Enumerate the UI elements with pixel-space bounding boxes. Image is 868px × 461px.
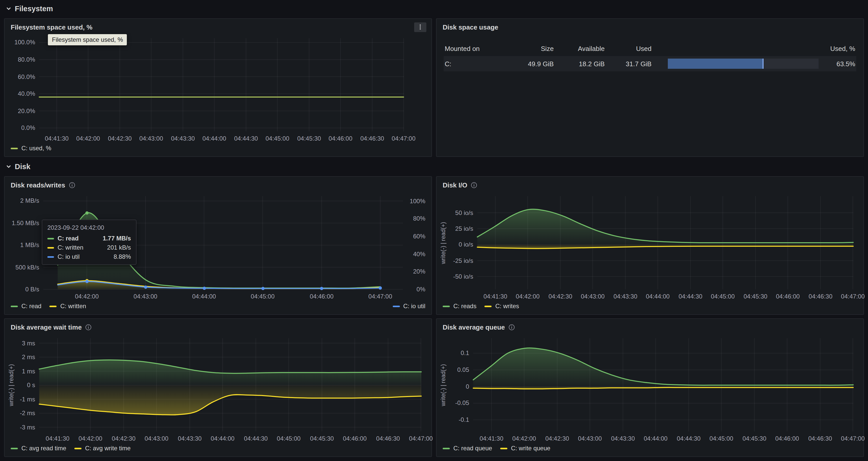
panel-title[interactable]: Disk reads/writes: [11, 181, 65, 189]
info-icon[interactable]: [471, 182, 477, 188]
tooltip-series-value: 201 kB/s: [107, 244, 131, 251]
col-header-used-pct[interactable]: Used, %: [819, 45, 856, 53]
tooltip-series-row: C: io util 8.88%: [48, 253, 131, 260]
legend-series-swatch: [11, 305, 18, 307]
legend-item[interactable]: C: written: [50, 303, 86, 310]
legend-item[interactable]: C: read queue: [443, 445, 492, 452]
chart-filesystem-space-used[interactable]: 100.0%80.0%60.0%40.0%20.0%0.0%04:41:3004…: [8, 34, 428, 144]
tooltip-series-label: C: written: [58, 244, 83, 251]
data-point-marker: [85, 211, 89, 215]
chart-legend: C: readC: writtenC: io util: [5, 302, 431, 314]
series-color-swatch: [48, 256, 54, 257]
chart-svg: [8, 334, 428, 444]
row-disk-2: Disk average wait time write(-) | read(+…: [4, 318, 864, 457]
cell-mounted-on: C:: [444, 60, 510, 67]
data-point-marker: [85, 280, 89, 283]
tooltip-series-row: C: written 201 kB/s: [48, 244, 131, 251]
legend-item[interactable]: C: used, %: [11, 145, 51, 152]
panel-title[interactable]: Filesystem space used, %: [11, 23, 92, 31]
panel-disk-space-usage: Disk space usage Mounted on Size Availab…: [436, 18, 864, 157]
col-header-used[interactable]: Used: [606, 45, 653, 53]
panel-header[interactable]: Disk I/O: [437, 177, 863, 192]
panel-disk-reads-writes: Disk reads/writes 2 MB/s1.50 MB/s1 MB/s5…: [4, 176, 432, 315]
legend-item[interactable]: C: avg read time: [11, 445, 66, 452]
data-point-marker: [320, 287, 323, 290]
cell-available: 18.2 GiB: [555, 60, 606, 67]
panel-title[interactable]: Disk average queue: [443, 323, 505, 331]
panel-header[interactable]: Disk average wait time: [5, 319, 431, 334]
panel-header[interactable]: Disk average queue: [437, 319, 863, 334]
section-title: Disk: [15, 162, 30, 171]
tooltip-series-label: C: io util: [58, 253, 80, 260]
series-area: [477, 209, 853, 245]
row-filesystem: Filesystem space used, % 100.0%80.0%60.0…: [4, 18, 864, 157]
section-header-disk[interactable]: Disk: [4, 160, 864, 173]
legend-series-label: C: written: [60, 303, 86, 310]
info-icon[interactable]: [85, 324, 92, 330]
legend-series-swatch: [443, 448, 450, 449]
legend-series-swatch: [50, 305, 57, 307]
legend-series-label: C: avg read time: [21, 445, 66, 452]
legend-series-swatch: [11, 148, 18, 149]
info-icon[interactable]: [69, 182, 75, 188]
chart-legend: C: read queueC: write queue: [437, 444, 863, 456]
legend-series-label: C: writes: [495, 303, 519, 310]
chart-legend: C: readsC: writes: [437, 302, 863, 314]
chart-disk-average-wait-time[interactable]: write(-) | read(+)3 ms2 ms1 ms0 s-1 ms-2…: [8, 334, 428, 444]
panel-header[interactable]: Filesystem space used, %: [5, 19, 431, 34]
legend-item[interactable]: C: reads: [443, 303, 476, 310]
section-header-filesystem[interactable]: Filesystem: [4, 3, 864, 15]
panel-filesystem-space-used: Filesystem space used, % 100.0%80.0%60.0…: [4, 18, 432, 157]
chart-legend: C: used, %: [5, 144, 431, 156]
kebab-icon: [417, 24, 423, 30]
legend-series-label: C: read queue: [453, 445, 492, 452]
tooltip-series-value: 1.77 MB/s: [103, 235, 131, 242]
panel-header[interactable]: Disk space usage: [437, 19, 863, 34]
series-area: [473, 348, 853, 387]
panel-title[interactable]: Disk space usage: [443, 23, 498, 31]
legend-series-swatch: [74, 448, 82, 449]
series-color-swatch: [48, 238, 54, 239]
panel-title-tooltip: Filesystem space used, %: [48, 34, 127, 45]
legend-item[interactable]: C: writes: [485, 303, 519, 310]
legend-series-label: C: write queue: [511, 445, 550, 452]
grafana-dashboard: Filesystem Filesystem space used, % 100.…: [0, 0, 868, 461]
cell-used-pct: 63.5%: [819, 60, 856, 67]
col-header-mounted-on[interactable]: Mounted on: [444, 45, 510, 53]
chart-legend: C: avg read timeC: avg write time: [5, 444, 431, 456]
data-point-marker: [379, 286, 382, 289]
legend-item[interactable]: C: io util: [393, 303, 425, 310]
col-header-available[interactable]: Available: [555, 45, 606, 53]
panel-title[interactable]: Disk I/O: [443, 181, 467, 189]
chart-disk-io[interactable]: write(-) | read(+)50 io/s25 io/s0 io/s-2…: [440, 192, 860, 302]
legend-series-label: C: io util: [403, 303, 425, 310]
tooltip-time: 2023-09-22 04:42:00: [48, 224, 131, 231]
cell-size: 49.9 GiB: [510, 60, 555, 67]
info-icon[interactable]: [508, 324, 515, 330]
table-row[interactable]: C: 49.9 GiB 18.2 GiB 31.7 GiB 63.5%: [444, 56, 856, 71]
legend-series-swatch: [500, 448, 507, 449]
panel-title[interactable]: Disk average wait time: [11, 323, 82, 331]
legend-item[interactable]: C: avg write time: [74, 445, 131, 452]
used-bar-gauge: [668, 59, 818, 69]
cell-used: 31.7 GiB: [606, 60, 653, 67]
chart-svg: [440, 192, 860, 302]
panel-menu-button[interactable]: [414, 22, 426, 32]
legend-series-swatch: [485, 305, 492, 307]
col-header-size[interactable]: Size: [510, 45, 555, 53]
legend-series-swatch: [11, 448, 18, 449]
legend-series-swatch: [393, 305, 400, 307]
legend-item[interactable]: C: write queue: [500, 445, 550, 452]
chart-svg: [8, 34, 428, 144]
legend-series-swatch: [443, 305, 450, 307]
chart-tooltip: 2023-09-22 04:42:00 C: read 1.77 MB/s C:…: [42, 220, 136, 265]
chart-svg: [440, 334, 860, 444]
panel-header[interactable]: Disk reads/writes: [5, 177, 431, 192]
legend-series-label: C: read: [21, 303, 41, 310]
tooltip-series-value: 8.88%: [114, 253, 131, 260]
data-point-marker: [203, 286, 206, 290]
legend-item[interactable]: C: read: [11, 303, 41, 310]
chart-disk-average-queue[interactable]: write(-) | read(+)0.10.050-0.05-0.104:41…: [440, 334, 860, 444]
data-point-marker: [261, 287, 265, 290]
legend-series-label: C: avg write time: [85, 445, 131, 452]
